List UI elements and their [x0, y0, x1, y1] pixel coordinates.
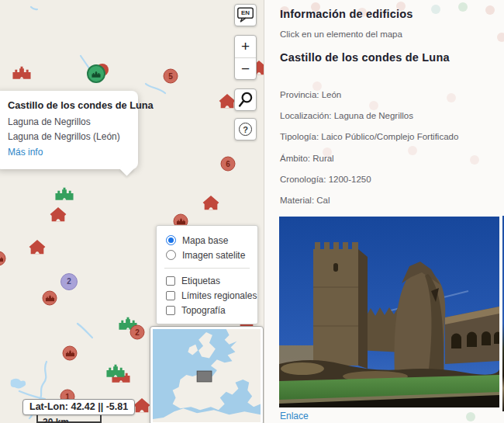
ghost-marker: [466, 412, 475, 421]
help-icon: ?: [239, 123, 252, 136]
language-button[interactable]: EN: [234, 4, 257, 26]
castle-glyph-icon: [0, 255, 3, 262]
scale-label: 20 km: [38, 417, 69, 423]
base-layer-option-imagen-satelite[interactable]: Imagen satelite: [166, 248, 250, 262]
map-marker-castle-green[interactable]: [55, 186, 74, 200]
map-marker-cluster-6[interactable]: 6: [221, 157, 236, 172]
castle-icon: [106, 363, 126, 377]
map-marker-cluster-5[interactable]: 5: [164, 69, 178, 84]
house-icon: [29, 240, 46, 255]
ghost-marker: [458, 2, 468, 12]
detail-provincia: Provincia: León: [280, 85, 458, 106]
cluster-count: 5: [168, 72, 173, 80]
zoom-out-button[interactable]: −: [235, 58, 256, 80]
map-popup: Castillo de los condes de Luna Laguna de…: [0, 91, 138, 169]
popup-location: Laguna de Negrillos (León): [8, 130, 130, 144]
map-marker-house-red[interactable]: [133, 398, 150, 413]
ghost-marker: [497, 33, 504, 42]
overlay-option-etiquetas[interactable]: Etiquetas: [166, 273, 250, 288]
cluster-count: 2: [67, 278, 71, 286]
building-details: Provincia: León Localización: Laguna de …: [280, 85, 458, 211]
overlay-option-limites-regionales[interactable]: Límites regionales: [166, 288, 250, 303]
map-marker-castle-green[interactable]: [106, 363, 126, 377]
map-marker-cluster[interactable]: [43, 291, 57, 306]
building-link[interactable]: Enlace: [280, 411, 309, 421]
cluster-count: 6: [226, 160, 230, 168]
popup-subtitle: Laguna de Negrillos: [8, 115, 130, 130]
app-window: 5 6 2 2 1 Castillo de los condes de Luna…: [0, 0, 504, 423]
map-marker-house-red[interactable]: [202, 196, 219, 210]
map-marker-house-red[interactable]: [219, 94, 236, 109]
checkbox-unchecked-icon: [166, 306, 175, 315]
map-marker-cluster-2[interactable]: 2: [60, 273, 78, 290]
detail-tipologia: Tipología: Laico Público/Complejo Fortif…: [280, 127, 458, 147]
panel-hint: Click en un elemento del mapa: [280, 29, 402, 39]
castle-icon: [12, 65, 32, 79]
minimap-extent[interactable]: [197, 371, 212, 382]
scale-bar: 20 km: [36, 414, 102, 423]
castle-glyph-icon: [176, 218, 185, 225]
house-icon: [202, 196, 219, 210]
help-button[interactable]: ?: [234, 118, 257, 140]
overview-minimap[interactable]: [150, 326, 264, 423]
castle-glyph-icon: [91, 71, 101, 78]
selected-marker-circle: [87, 64, 105, 83]
house-icon: [133, 398, 150, 413]
base-layer-option-mapa-base[interactable]: Mapa base: [166, 233, 250, 248]
map-marker-selected[interactable]: [87, 64, 107, 84]
layer-divider: [164, 268, 250, 269]
search-icon: [235, 88, 256, 111]
coordinates-display: Lat-Lon: 42.42 || -5.81: [22, 399, 135, 415]
map-canvas[interactable]: 5 6 2 2 1 Castillo de los condes de Luna…: [0, 0, 264, 423]
checkbox-unchecked-icon: [166, 291, 175, 300]
map-marker-cluster[interactable]: [0, 251, 6, 266]
house-icon: [50, 207, 67, 222]
castle-glyph-icon: [45, 295, 54, 302]
search-button[interactable]: [234, 88, 257, 111]
map-marker-cluster[interactable]: [63, 346, 78, 361]
detail-ambito: Ámbito: Rural: [280, 148, 458, 169]
castle-icon: [55, 186, 74, 200]
building-name: Castillo de los condes de Luna: [280, 51, 450, 64]
ghost-marker: [470, 155, 479, 165]
castle-glyph-icon: [65, 350, 74, 357]
speech-bubble-icon: EN: [235, 4, 256, 26]
detail-cronologia: Cronología: 1200-1250: [280, 169, 458, 190]
panel-title: Información de edificios: [280, 8, 413, 20]
detail-material: Material: Cal: [280, 190, 458, 211]
map-marker-house-red[interactable]: [50, 207, 67, 222]
ghost-marker: [431, 5, 440, 14]
popup-title: Castillo de los condes de Luna: [8, 99, 130, 111]
checkbox-unchecked-icon: [166, 276, 175, 286]
house-icon: [219, 94, 236, 109]
popup-more-info-link[interactable]: Más info: [8, 147, 43, 158]
zoom-control: + −: [234, 35, 257, 80]
layer-control: Mapa base Imagen satelite Etiquetas Lími…: [156, 225, 258, 324]
language-code: EN: [241, 9, 250, 16]
cluster-count: 2: [135, 328, 140, 336]
detail-localizacion: Localización: Laguna de Negrillos: [280, 106, 458, 127]
map-marker-cluster-2[interactable]: 2: [130, 325, 145, 340]
overlay-option-topografia[interactable]: Topografía: [166, 303, 250, 317]
radio-checked-icon: [166, 235, 176, 245]
radio-unchecked-icon: [166, 250, 176, 260]
minimap-europe: [153, 329, 261, 422]
map-marker-castle-red[interactable]: [12, 65, 32, 79]
map-marker-house-red[interactable]: [29, 240, 46, 255]
castle-photo-art: [279, 217, 499, 407]
building-photo[interactable]: [279, 217, 499, 407]
ghost-marker: [485, 5, 495, 15]
zoom-in-button[interactable]: +: [235, 36, 256, 57]
info-panel: Información de edificios Click en un ele…: [264, 0, 504, 423]
